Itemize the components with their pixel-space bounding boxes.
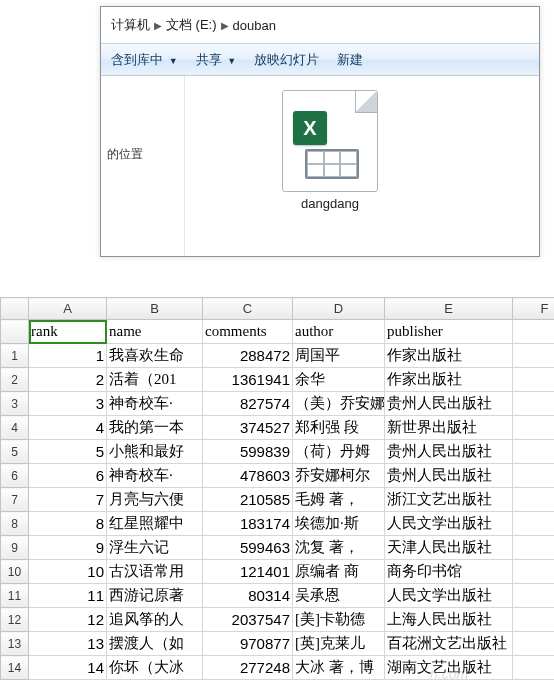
cell[interactable] xyxy=(513,488,555,512)
col-header-E[interactable]: E xyxy=(385,298,513,320)
cell[interactable]: 贵州人民出版社 xyxy=(385,464,513,488)
row-header[interactable]: 8 xyxy=(1,512,29,536)
cell[interactable]: 贵州人民出版社 xyxy=(385,440,513,464)
col-header-C[interactable]: C xyxy=(203,298,293,320)
cell[interactable]: 10 xyxy=(29,560,107,584)
cell[interactable]: 沈复 著， xyxy=(293,536,385,560)
new-button[interactable]: 新建 xyxy=(337,51,363,69)
cell[interactable]: 原编者 商 xyxy=(293,560,385,584)
cell[interactable] xyxy=(513,560,555,584)
cell[interactable]: 新世界出版社 xyxy=(385,416,513,440)
cell[interactable]: 贵州人民出版社 xyxy=(385,392,513,416)
cell[interactable] xyxy=(513,512,555,536)
file-item-dangdang[interactable]: X dangdang xyxy=(275,90,385,211)
cell[interactable]: comments xyxy=(203,320,293,344)
cell[interactable]: 月亮与六便 xyxy=(107,488,203,512)
cell[interactable]: 吴承恩 xyxy=(293,584,385,608)
cell[interactable]: 478603 xyxy=(203,464,293,488)
cell[interactable] xyxy=(513,608,555,632)
row-header[interactable]: 12 xyxy=(1,608,29,632)
cell[interactable]: 浮生六记 xyxy=(107,536,203,560)
cell[interactable]: name xyxy=(107,320,203,344)
cell[interactable]: 3 xyxy=(29,392,107,416)
cell[interactable]: 大冰 著，博 xyxy=(293,656,385,680)
cell[interactable]: 百花洲文艺出版社 xyxy=(385,632,513,656)
cell[interactable]: 你坏（大冰 xyxy=(107,656,203,680)
cell[interactable] xyxy=(513,416,555,440)
row-header[interactable]: 5 xyxy=(1,440,29,464)
cell[interactable]: 作家出版社 xyxy=(385,368,513,392)
cell[interactable]: 红星照耀中 xyxy=(107,512,203,536)
row-header[interactable]: 2 xyxy=(1,368,29,392)
cell[interactable]: 277248 xyxy=(203,656,293,680)
cell[interactable]: 天津人民出版社 xyxy=(385,536,513,560)
row-header[interactable]: 7 xyxy=(1,488,29,512)
cell[interactable]: 1361941 xyxy=(203,368,293,392)
row-header[interactable] xyxy=(1,320,29,344)
cell[interactable]: [美]卡勒德 xyxy=(293,608,385,632)
cell[interactable] xyxy=(513,440,555,464)
cell[interactable]: 周国平 xyxy=(293,344,385,368)
cell[interactable]: 摆渡人（如 xyxy=(107,632,203,656)
cell[interactable]: 4 xyxy=(29,416,107,440)
breadcrumb-item[interactable]: 计算机 xyxy=(111,16,150,34)
cell[interactable] xyxy=(513,584,555,608)
cell[interactable]: 11 xyxy=(29,584,107,608)
cell[interactable]: 8 xyxy=(29,512,107,536)
cell[interactable]: 神奇校车· xyxy=(107,392,203,416)
row-header[interactable]: 11 xyxy=(1,584,29,608)
cell[interactable] xyxy=(513,344,555,368)
sheet-grid[interactable]: A B C D E F ranknamecommentsauthorpublis… xyxy=(0,297,554,680)
cell[interactable]: 余华 xyxy=(293,368,385,392)
breadcrumb-item[interactable]: 文档 (E:) xyxy=(166,16,217,34)
cell[interactable]: 埃德加·斯 xyxy=(293,512,385,536)
cell-A1[interactable]: rank xyxy=(29,320,107,344)
file-area[interactable]: X dangdang xyxy=(185,76,539,256)
cell[interactable] xyxy=(513,392,555,416)
cell[interactable]: 活着（201 xyxy=(107,368,203,392)
cell[interactable]: （美）乔安娜 xyxy=(293,392,385,416)
cell[interactable]: 121401 xyxy=(203,560,293,584)
cell[interactable]: 毛姆 著， xyxy=(293,488,385,512)
cell[interactable]: 5 xyxy=(29,440,107,464)
breadcrumb[interactable]: 计算机 ▶ 文档 (E:) ▶ douban xyxy=(105,13,535,37)
cell[interactable]: 小熊和最好 xyxy=(107,440,203,464)
cell[interactable]: 人民文学出版社 xyxy=(385,584,513,608)
share-button[interactable]: 共享 ▼ xyxy=(196,51,237,69)
cell[interactable]: 2 xyxy=(29,368,107,392)
cell[interactable]: 商务印书馆 xyxy=(385,560,513,584)
cell[interactable]: 乔安娜柯尔 xyxy=(293,464,385,488)
cell[interactable]: 我喜欢生命 xyxy=(107,344,203,368)
cell[interactable] xyxy=(513,632,555,656)
cell[interactable]: 12 xyxy=(29,608,107,632)
cell[interactable]: 郑利强 段 xyxy=(293,416,385,440)
cell[interactable]: 作家出版社 xyxy=(385,344,513,368)
cell[interactable]: 599463 xyxy=(203,536,293,560)
cell[interactable] xyxy=(513,536,555,560)
row-header[interactable]: 10 xyxy=(1,560,29,584)
cell[interactable] xyxy=(513,320,555,344)
row-header[interactable]: 3 xyxy=(1,392,29,416)
cell[interactable] xyxy=(513,464,555,488)
cell[interactable]: 人民文学出版社 xyxy=(385,512,513,536)
row-header[interactable]: 1 xyxy=(1,344,29,368)
cell[interactable]: 288472 xyxy=(203,344,293,368)
cell[interactable]: 80314 xyxy=(203,584,293,608)
cell[interactable]: author xyxy=(293,320,385,344)
row-header[interactable]: 9 xyxy=(1,536,29,560)
cell[interactable]: 374527 xyxy=(203,416,293,440)
select-all-corner[interactable] xyxy=(1,298,29,320)
cell[interactable]: 827574 xyxy=(203,392,293,416)
cell[interactable]: 210585 xyxy=(203,488,293,512)
col-header-D[interactable]: D xyxy=(293,298,385,320)
cell[interactable]: 13 xyxy=(29,632,107,656)
cell[interactable]: 神奇校车· xyxy=(107,464,203,488)
cell[interactable]: （荷）丹姆 xyxy=(293,440,385,464)
cell[interactable]: 上海人民出版社 xyxy=(385,608,513,632)
breadcrumb-item[interactable]: douban xyxy=(233,18,276,33)
cell[interactable]: publisher xyxy=(385,320,513,344)
cell[interactable] xyxy=(513,368,555,392)
slideshow-button[interactable]: 放映幻灯片 xyxy=(254,51,319,69)
row-header[interactable]: 13 xyxy=(1,632,29,656)
cell[interactable]: 183174 xyxy=(203,512,293,536)
